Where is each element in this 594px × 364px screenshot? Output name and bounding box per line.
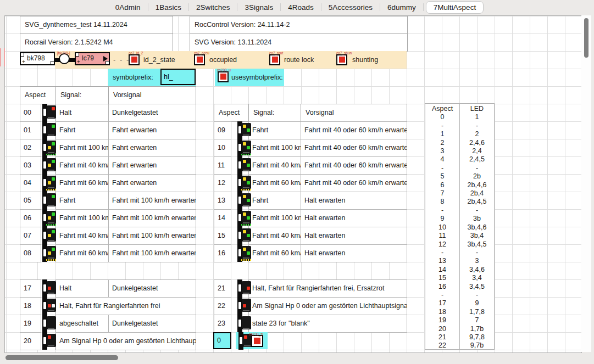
turntable-node[interactable] — [59, 53, 70, 64]
led-value-line: 3b,4,6 — [460, 223, 494, 232]
led-aspect-line: 4 — [425, 155, 459, 164]
block-corner-handle — [20, 53, 24, 57]
aspect-cell: 07 — [20, 227, 41, 245]
signal-cell: Fahrt mit 40 km/h — [248, 227, 301, 245]
led-aspect-line: 13 — [425, 257, 459, 265]
signal-icon — [42, 209, 57, 227]
aspect-cell: 08 — [20, 244, 41, 262]
led-value-line: 2b — [460, 172, 494, 181]
tab-5Accessories[interactable]: 5Accessories — [321, 2, 380, 13]
vorsignal-cell: Halt erwarten — [301, 209, 407, 227]
symbolprefix-input[interactable] — [160, 69, 196, 85]
direction-arrow-icon — [103, 56, 108, 61]
symbolprefix-label: symbolprefix: — [113, 69, 153, 86]
signal-cell: Fahrt mit 100 km/h — [248, 139, 301, 157]
signal-icon — [42, 139, 57, 156]
aspect-cell: 15 — [214, 227, 231, 245]
vorsignal-cell: Fahrt mit 40 oder 60 km/h erwarten — [301, 139, 407, 157]
signal-cell: Fahrt mit 60 km/h — [55, 244, 109, 262]
led-aspect-line: - — [425, 249, 459, 257]
tab-0Admin[interactable]: 0Admin — [108, 2, 148, 13]
checkbox-usesymbolprefix[interactable] — [218, 71, 229, 82]
led-value-line: - — [460, 164, 494, 172]
led-aspect-line: 6 — [425, 181, 459, 189]
vertical-scrollbar-thumb[interactable] — [584, 18, 589, 58]
led-aspect-line: 1 — [425, 130, 459, 138]
tab-3Signals[interactable]: 3Signals — [237, 2, 280, 13]
aspect-cell: 16 — [214, 244, 231, 262]
aspect-cell: 14 — [214, 209, 231, 227]
signal-icon — [237, 192, 252, 209]
signal-icon — [42, 315, 57, 332]
vorsignal-cell: Halt erwarten — [301, 227, 407, 245]
state-value-cell[interactable]: 0 — [213, 332, 231, 349]
aspect-cell: 21 — [214, 279, 231, 298]
led-aspect-line: - — [425, 164, 459, 172]
led-aspect-line: 11 — [425, 232, 459, 240]
checkbox-route-lock[interactable] — [269, 54, 280, 65]
block-bk798[interactable]: bk798 + — [20, 52, 55, 65]
signal-cell: Fahrt mit 100 km/h — [55, 139, 109, 157]
signal-cell: Halt — [55, 104, 109, 122]
tab-separator — [423, 3, 424, 11]
aspect-cell: 01 — [20, 121, 41, 139]
led-value-line: 3b,4,5 — [460, 240, 494, 249]
aspect-cell: 19 — [20, 315, 41, 333]
block-plus-marker: + — [22, 59, 25, 65]
tab-2Switches[interactable]: 2Switches — [189, 2, 237, 13]
header-vorsignal: Vorsignal — [108, 86, 196, 104]
led-aspect-line: 8 — [425, 198, 459, 206]
signal-cell: Fahrt mit 60 km/h — [248, 174, 301, 192]
led-aspect-line: 15 — [425, 274, 459, 282]
led-aspect-line: - — [425, 291, 459, 299]
aspect-cell: 13 — [214, 192, 231, 210]
signal-icon — [237, 121, 252, 139]
tab-6dummy[interactable]: 6dummy — [380, 2, 423, 13]
checkbox-id-label: co7_occu — [194, 51, 209, 55]
vorsignal-cell: Fahrt mit 100 km/h erwarten — [108, 209, 196, 227]
header-aspect: Aspect — [20, 86, 56, 104]
signal-cell: Fahrt mit 100 km/h — [248, 209, 301, 227]
signal-icon — [237, 209, 252, 227]
header-aspect: Aspect — [214, 104, 249, 122]
aspect-cell: 22 — [214, 297, 231, 315]
info-cell-title: SVG_dynthemes_test 14.11.2024 — [20, 16, 173, 34]
led-aspect-line: - — [425, 122, 459, 130]
vorsignal-cell: Fahrt mit 40 oder 60 km/h erwarten — [301, 121, 407, 139]
led-aspect-line: 17 — [425, 299, 459, 307]
led-aspect-line: 2 — [425, 139, 459, 147]
header-signal: Signal: — [248, 104, 301, 122]
vorsignal-cell: Fahrt mit 100 km/h erwarten — [108, 192, 196, 210]
vertical-scrollbar-track[interactable] — [581, 15, 591, 352]
signal-icon — [42, 192, 57, 209]
info-cell-svg-version: SVG Version: 13.11.2024 — [190, 33, 408, 52]
led-aspect-line: 16 — [425, 283, 459, 291]
aspect-cell: 09 — [214, 121, 231, 139]
led-aspect-line: 20 — [425, 325, 459, 333]
vorsignal-cell: Halt erwarten — [301, 192, 407, 210]
loco-block-lc79[interactable]: lc79 + — [75, 52, 110, 65]
checkbox-shunting[interactable] — [336, 54, 347, 65]
signal-icon — [42, 297, 57, 315]
horizontal-scrollbar-thumb[interactable] — [5, 355, 118, 360]
info-cell-rocrail-version: Rocrail Version: 2.1.5242 M4 — [20, 33, 173, 52]
checkbox-id-2-state[interactable] — [129, 54, 140, 65]
signal-icon — [42, 279, 57, 297]
signal-icon — [42, 332, 57, 350]
tab-1Basics[interactable]: 1Basics — [148, 2, 188, 13]
led-aspect-line: 12 — [425, 240, 459, 249]
tab-4Roads[interactable]: 4Roads — [281, 2, 321, 13]
tab-bar: 0Admin1Basics2Switches3Signals4Roads5Acc… — [0, 0, 594, 14]
checkbox-occupied[interactable] — [194, 54, 205, 65]
checkbox-id-label: co700_si — [249, 332, 263, 336]
signal-cell-wide: Halt, Fahrt für Rangierfahrten frei — [55, 297, 196, 315]
checkbox-state-symbol[interactable] — [251, 335, 263, 347]
selection-marker — [0, 48, 1, 66]
led-aspect-line: 5 — [425, 172, 459, 181]
block-plus-marker: + — [77, 59, 80, 65]
vorsignal-cell: Fahrt erwarten — [108, 174, 196, 192]
tab-7MultiAspect[interactable]: 7MultiAspect — [426, 1, 484, 14]
led-aspect-line: 19 — [425, 316, 459, 324]
checkbox-label: shunting — [352, 51, 378, 69]
aspect-cell: 23 — [214, 315, 231, 333]
